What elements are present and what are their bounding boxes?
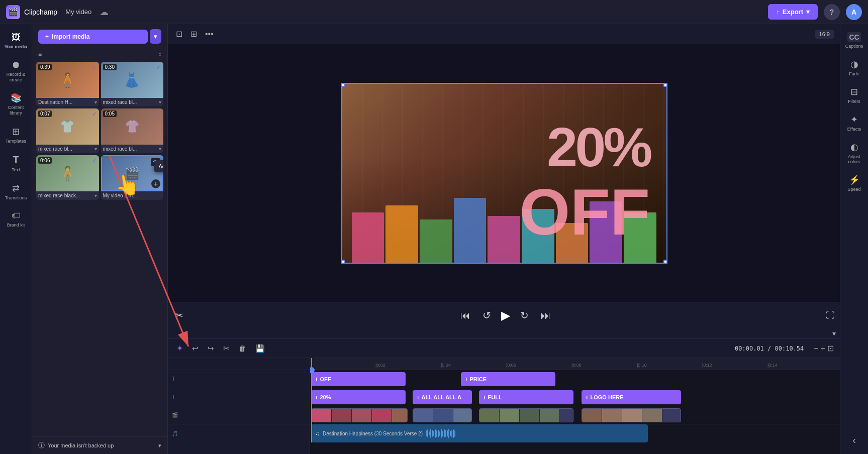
logo-icon: 🎬	[6, 5, 20, 19]
media-duration-mixed1: 0:30	[103, 64, 117, 70]
import-dropdown-button[interactable]: ▾	[150, 29, 161, 44]
play-button[interactable]: ▶	[501, 308, 510, 322]
sort-icon[interactable]: ↕	[158, 51, 161, 58]
export-button[interactable]: ↑ Export ▾	[768, 4, 818, 20]
sidebar-item-record-create[interactable]: ⏺ Record & create	[2, 56, 30, 87]
zoom-out-button[interactable]: −	[814, 344, 818, 353]
undo-button[interactable]: ↩	[189, 343, 201, 355]
zoom-in-button[interactable]: +	[821, 344, 825, 353]
captions-icon: CC	[847, 32, 860, 42]
project-name[interactable]: My video	[65, 8, 91, 16]
video-area: ⊡ ⊞ ••• 16:9	[168, 24, 840, 454]
clip-icon: T	[483, 395, 486, 400]
avatar[interactable]: A	[846, 4, 862, 20]
clip-icon: T	[315, 377, 318, 382]
resize-button[interactable]: ⊞	[188, 27, 199, 41]
sidebar-item-text[interactable]: T Text	[2, 150, 30, 177]
sidebar-label-record-create: Record & create	[4, 72, 28, 83]
delete-button[interactable]: 🗑	[236, 343, 249, 354]
media-item-mixed4[interactable]: 🧍 0:06 ✓ mixed race black... ▾	[36, 155, 99, 200]
media-item-mixed3[interactable]: 👚 0:05 ✓ mixed race bl... ▾	[101, 108, 164, 153]
right-tool-fade[interactable]: ◑ Fade	[842, 55, 866, 80]
right-tool-speed[interactable]: ⚡ Speed	[842, 170, 866, 196]
right-tool-effects[interactable]: ✦ Effects	[842, 110, 866, 136]
save-button[interactable]: 💾	[253, 343, 267, 355]
ruler-mark-004: |0:04	[441, 363, 451, 368]
handle-bottom-left[interactable]	[341, 260, 345, 264]
redo-button[interactable]: ↪	[205, 343, 217, 355]
media-label-mixed4: mixed race black... ▾	[36, 191, 99, 200]
add-track-button[interactable]: ✦	[174, 342, 185, 355]
timeline-top: ▾	[168, 328, 840, 338]
skip-back-button[interactable]: ↺	[480, 307, 493, 323]
clip-off[interactable]: T OFF	[311, 372, 406, 386]
ruler-mark-014: |0:14	[767, 363, 778, 368]
import-media-button[interactable]: + Import media	[38, 30, 148, 44]
check-icon-mixed2: ✓	[92, 110, 97, 118]
filters-icon: ⊟	[850, 86, 858, 97]
timeline-playhead	[311, 370, 312, 442]
sidebar-item-templates[interactable]: ⊞ Templates	[2, 122, 30, 148]
check-icon-mixed3: ✓	[156, 110, 161, 118]
clip-all[interactable]: T ALL ALL ALL A	[413, 390, 472, 404]
timeline-collapse-button[interactable]: ▾	[832, 329, 836, 337]
fit-to-screen-button[interactable]: ⊡	[827, 344, 834, 353]
sidebar-item-brand-kit[interactable]: 🏷 Brand kit	[2, 206, 30, 232]
import-icon: +	[45, 33, 49, 40]
right-tool-adjust-colors[interactable]: ◐ Adjust colors	[842, 138, 866, 168]
video-text-off: OFF	[519, 179, 650, 245]
sidebar-label-templates: Templates	[6, 139, 26, 144]
clip-price[interactable]: T PRICE	[461, 372, 555, 386]
media-item-dest[interactable]: 🧍 0:39 ✓ Destination H... ▾	[36, 62, 99, 106]
media-item-mixed2[interactable]: 👕 0:07 ✓ mixed race bl... ▾	[36, 108, 99, 153]
handle-top-right[interactable]	[663, 83, 667, 87]
skip-forward-button[interactable]: ↻	[518, 307, 531, 323]
media-label-mixed3: mixed race bl... ▾	[101, 145, 164, 153]
add-icon-myvideo[interactable]: +	[151, 179, 160, 188]
fast-forward-button[interactable]: ⏭	[539, 308, 553, 323]
media-sort-bar: ≡ ↕	[32, 49, 167, 62]
timeline-content[interactable]: |0:02 |0:04 |0:06 |0:08 |0:10 |0:12 |0:1…	[310, 358, 840, 454]
handle-top-left[interactable]	[341, 83, 345, 87]
check-icon-mixed1: ✓	[156, 64, 161, 71]
sidebar-item-content-library[interactable]: 📚 Content library	[2, 88, 30, 120]
track-label-text-row2: T	[172, 394, 175, 400]
media-grid: 🧍 0:39 ✓ Destination H... ▾ 👗 0:30 ✓ mix…	[32, 62, 167, 200]
video-clip-1[interactable]	[311, 408, 408, 422]
help-button[interactable]: ?	[824, 4, 840, 20]
rewind-button[interactable]: ⏮	[458, 308, 472, 323]
fullscreen-button[interactable]: ⛶	[826, 310, 835, 321]
filter-icon[interactable]: ≡	[38, 51, 42, 58]
sidebar-item-your-media[interactable]: 🖼 Your media	[2, 28, 30, 54]
clip-logo[interactable]: T LOGO HERE	[582, 390, 681, 404]
effects-icon: ✦	[850, 114, 858, 125]
export-icon: ↑	[776, 8, 780, 16]
backup-chevron-icon[interactable]: ▾	[158, 442, 161, 449]
media-item-myvideo[interactable]: 🎬 🗑 + My video 2.m... Add to timeline	[101, 155, 164, 200]
music-icon: ♫	[315, 430, 320, 437]
right-sidebar: CC Captions ◑ Fade ⊟ Filters ✦ Effects ◐…	[840, 24, 868, 454]
media-label-mixed2: mixed race bl... ▾	[36, 145, 99, 153]
handle-bottom-right[interactable]	[663, 260, 667, 264]
crop-button[interactable]: ⊡	[174, 27, 184, 41]
clip-full[interactable]: T FULL	[479, 390, 573, 404]
clip-20percent[interactable]: T 20%	[311, 390, 406, 404]
speed-icon: ⚡	[849, 174, 860, 185]
right-sidebar-collapse-button[interactable]: ‹	[848, 430, 860, 450]
cut-button[interactable]: ✂	[221, 343, 232, 355]
scissors-button[interactable]: ✂	[173, 307, 185, 323]
video-clip-4[interactable]	[582, 408, 681, 422]
sidebar-item-transitions[interactable]: ⇄ Transitions	[2, 179, 30, 205]
chevron-down-icon: ▾	[94, 193, 97, 198]
right-tool-captions[interactable]: CC Captions	[842, 28, 866, 53]
app-logo[interactable]: 🎬 Clipchamp	[6, 5, 57, 19]
right-tool-filters[interactable]: ⊟ Filters	[842, 82, 866, 108]
audio-clip[interactable]: ♫ Destination Happiness (30 Seconds Vers…	[311, 424, 648, 442]
more-options-button[interactable]: •••	[203, 28, 216, 41]
media-item-mixed1[interactable]: 👗 0:30 ✓ mixed race bl... ▾	[101, 62, 164, 106]
brand-kit-icon: 🏷	[12, 210, 21, 221]
media-duration-mixed4: 0:06	[38, 157, 52, 164]
video-clip-2[interactable]	[413, 408, 472, 422]
clip-icon: T	[417, 395, 420, 400]
video-clip-3[interactable]	[479, 408, 573, 422]
